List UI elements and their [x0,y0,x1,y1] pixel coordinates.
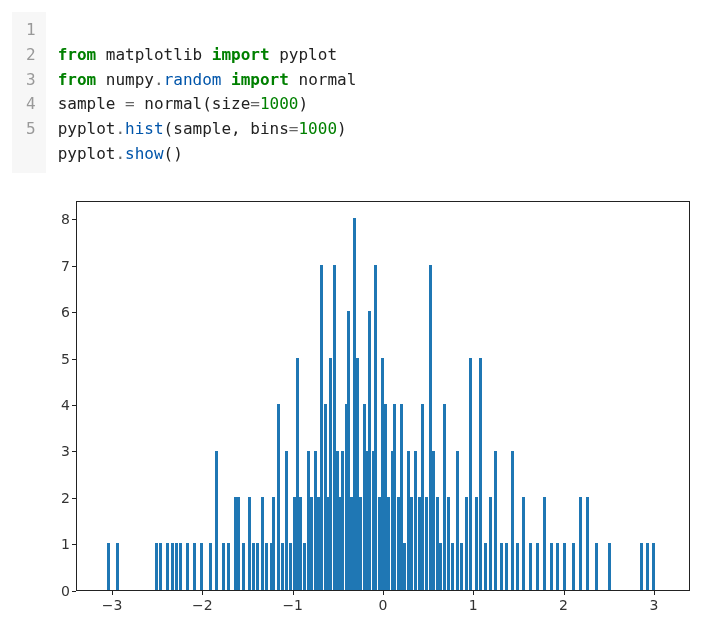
histogram-bar [640,543,643,589]
histogram-bar [155,543,158,589]
histogram-bar [234,497,237,590]
code-block: 1 2 3 4 5 from matplotlib import pyplot … [12,12,704,173]
histogram-bar [296,358,299,590]
histogram-bar [107,543,110,589]
y-tick-label: 1 [18,536,70,552]
x-tick-label: −3 [102,597,123,613]
x-tick-label: 0 [379,597,388,613]
histogram-bar [469,358,472,590]
histogram-bar [329,358,332,590]
histogram-bar [237,497,240,590]
histogram-bar [353,218,356,589]
histogram-bar [209,543,212,589]
x-tick-label: −1 [282,597,303,613]
y-tick-label: 5 [18,351,70,367]
y-tick-label: 6 [18,304,70,320]
x-tick-mark [654,591,655,595]
code-line: from matplotlib import pyplot [58,45,337,64]
code-line: pyplot.hist(sample, bins=1000) [58,119,347,138]
histogram-bar [410,497,413,590]
histogram-bar [171,543,174,589]
histogram-bar [414,451,417,590]
histogram-bar [522,497,525,590]
histogram-bar [608,543,611,589]
histogram-bar [393,404,396,590]
histogram-bar [586,497,589,590]
x-tick-mark [383,591,384,595]
histogram-bar [374,265,377,590]
plot-area [76,201,690,591]
code-line: pyplot.show() [58,144,183,163]
line-number: 5 [26,117,36,142]
histogram-bar [265,543,268,589]
histogram-bar [652,543,655,589]
histogram-bar [425,497,428,590]
y-tick-mark [72,312,76,313]
x-tick-mark [293,591,294,595]
line-number: 4 [26,92,36,117]
histogram-bar [484,543,487,589]
histogram-bar [400,404,403,590]
y-tick-label: 0 [18,583,70,599]
histogram-bar [407,451,410,590]
x-tick-label: 2 [559,597,568,613]
histogram-bar [222,543,225,589]
histogram-bar [314,451,317,590]
histogram-bar [252,543,255,589]
histogram-bar [341,451,344,590]
histogram-bar [320,265,323,590]
code-line: from numpy.random import normal [58,70,357,89]
histogram-bar [479,358,482,590]
x-tick-label: 3 [649,597,658,613]
histogram-bar [494,451,497,590]
histogram-bar [456,451,459,590]
histogram-bar [200,543,203,589]
histogram-bar [563,543,566,589]
histogram-bar [516,543,519,589]
histogram-bar [595,543,598,589]
x-tick-label: 1 [469,597,478,613]
histogram-bar [646,543,649,589]
histogram-bar [511,451,514,590]
line-number: 2 [26,43,36,68]
histogram-bar [285,451,288,590]
histogram-bar [310,497,313,590]
histogram-bar [281,543,284,589]
histogram-bar [179,543,182,589]
y-tick-label: 3 [18,443,70,459]
histogram-chart: 012345678 −3−2−10123 [18,191,710,618]
histogram-bar [368,311,371,590]
histogram-bar [277,404,280,590]
histogram-bar [242,543,245,589]
histogram-bar [256,543,259,589]
x-tick-mark [564,591,565,595]
histogram-bar [159,543,162,589]
histogram-bar [429,265,432,590]
line-number-gutter: 1 2 3 4 5 [12,12,46,173]
y-tick-mark [72,219,76,220]
x-tick-label: −2 [192,597,213,613]
y-tick-label: 8 [18,211,70,227]
histogram-bar [403,543,406,589]
histogram-bar [436,497,439,590]
y-tick-mark [72,591,76,592]
histogram-bar [447,497,450,590]
y-tick-label: 2 [18,490,70,506]
histogram-bar [421,404,424,590]
histogram-bar [215,451,218,590]
y-tick-mark [72,266,76,267]
histogram-bar [579,497,582,590]
histogram-bar [227,543,230,589]
line-number: 3 [26,68,36,93]
histogram-bar [475,497,478,590]
y-tick-label: 4 [18,397,70,413]
histogram-bar [261,497,264,590]
y-tick-mark [72,498,76,499]
x-tick-mark [473,591,474,595]
histogram-bar [543,497,546,590]
histogram-bar [381,358,384,590]
histogram-bar [303,543,306,589]
code-line: sample = normal(size=1000) [58,94,309,113]
histogram-bar [116,543,119,589]
histogram-bar [175,543,178,589]
